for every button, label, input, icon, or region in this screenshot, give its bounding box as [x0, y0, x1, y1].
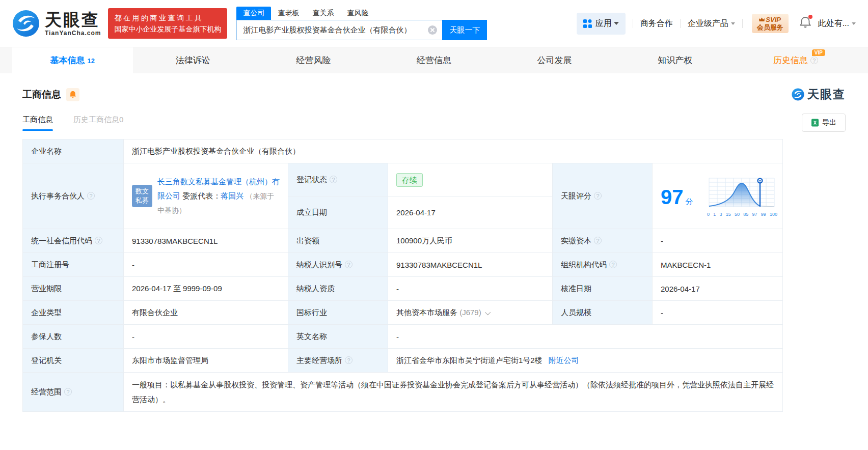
chevron-down-icon — [731, 22, 735, 25]
score-chart-axis: 0131550859799100 — [707, 212, 777, 217]
label-taxpayer-quality: 纳税人资质 — [288, 277, 388, 301]
search-button[interactable]: 天眼一下 — [442, 20, 487, 40]
value-tianyan-score[interactable]: 97 分 — [653, 163, 783, 229]
value-credit-code: 91330783MAKBCECN1L — [124, 229, 288, 253]
search-tab-4[interactable]: 查风险 — [340, 7, 375, 20]
top-header: 天眼查 TianYanCha.com 都在用的商业查询工具 国家中小企业发展子基… — [0, 0, 868, 47]
table-row: 执行事务合伙人? 数文 私募 长三角数文私募基金管理（杭州）有限公司 委派代表：… — [23, 163, 783, 196]
help-icon[interactable]: ? — [594, 192, 602, 200]
search-input[interactable] — [236, 20, 442, 40]
nearby-companies-link[interactable]: 附近公司 — [549, 356, 579, 364]
main-tab-5[interactable]: 公司发展 — [494, 47, 615, 73]
export-label: 导出 — [822, 118, 836, 127]
value-registration-authority: 东阳市市场监督管理局 — [124, 349, 288, 373]
chevron-down-icon — [614, 22, 619, 25]
help-icon[interactable]: ? — [594, 237, 602, 244]
subtab-1[interactable]: 工商信息 — [22, 115, 53, 131]
table-row: 参保人数 - 英文名称 - — [23, 325, 783, 349]
subtab-2[interactable]: 历史工商信息0 — [73, 115, 123, 131]
apps-menu-button[interactable]: 应用 — [577, 13, 626, 35]
tianyancha-logo[interactable]: 天眼查 TianYanCha.com — [12, 10, 101, 37]
value-taxpayer-quality: - — [388, 277, 553, 301]
axis-tick: 97 — [752, 212, 757, 217]
table-row: 企业类型 有限合伙企业 国标行业 其他资本市场服务 (J679) 人员规模 - — [23, 301, 783, 325]
search-block: 查公司查老板查关系查风险 天眼一下 — [236, 7, 487, 40]
value-approval-date: 2026-04-17 — [653, 277, 783, 301]
svip-member-button[interactable]: SVIP 会员服务 — [752, 14, 789, 33]
table-row: 营业期限 2026-04-17 至 9999-09-09 纳税人资质 - 核准日… — [23, 277, 783, 301]
notification-dot — [808, 15, 812, 19]
main-tab-1[interactable]: 基本信息12 — [12, 47, 133, 73]
status-badge: 存续 — [396, 173, 423, 187]
score-distribution-chart: 0131550859799100 — [707, 177, 777, 217]
label-business-term: 营业期限 — [23, 277, 124, 301]
chevron-down-icon — [852, 22, 856, 25]
value-staff-size: - — [653, 301, 783, 325]
search-type-tabs: 查公司查老板查关系查风险 — [236, 7, 487, 20]
main-tab-4[interactable]: 经营信息 — [374, 47, 495, 73]
label-industry: 国标行业 — [288, 301, 388, 325]
help-icon[interactable]: ? — [345, 356, 352, 364]
value-insured-count: - — [124, 325, 288, 349]
representative-link[interactable]: 蒋国兴 — [221, 191, 243, 200]
brand-domain: TianYanCha.com — [45, 30, 101, 36]
value-english-name: - — [388, 325, 783, 349]
monitor-bell-button[interactable] — [66, 88, 79, 101]
slogan-badge: 都在用的商业查询工具 国家中小企业发展子基金旗下机构 — [108, 8, 227, 39]
info-subtabs: 工商信息历史工商信息0 — [22, 115, 144, 131]
expand-industry-icon[interactable] — [485, 309, 491, 315]
value-business-term: 2026-04-17 至 9999-09-09 — [124, 277, 288, 301]
main-tab-3[interactable]: 经营风险 — [253, 47, 374, 73]
value-industry: 其他资本市场服务 (J679) — [388, 301, 553, 325]
enterprise-products-link[interactable]: 企业级产品 — [688, 18, 735, 29]
help-icon[interactable]: ? — [64, 388, 72, 396]
industry-code: (J679) — [459, 308, 481, 317]
help-icon[interactable]: ? — [810, 57, 818, 64]
business-cooperation-link[interactable]: 商务合作 — [640, 18, 673, 29]
username-label: 此处有... — [818, 18, 849, 29]
value-company-name: 浙江电影产业股权投资基金合伙企业（有限合伙） — [124, 139, 783, 163]
help-icon[interactable]: ? — [330, 176, 337, 183]
table-row: 经营范围? 一般项目：以私募基金从事股权投资、投资管理、资产管理等活动（须在中国… — [23, 373, 783, 412]
axis-tick: 15 — [726, 212, 731, 217]
help-icon[interactable]: ? — [95, 237, 102, 244]
search-tab-1[interactable]: 查公司 — [236, 7, 271, 20]
bell-icon — [69, 91, 76, 99]
slogan-line2: 国家中小企业发展子基金旗下机构 — [114, 23, 221, 35]
excel-icon — [811, 119, 819, 127]
help-icon[interactable]: ? — [345, 261, 352, 268]
enterprise-products-label: 企业级产品 — [688, 18, 728, 29]
table-row: 企业名称 浙江电影产业股权投资基金合伙企业（有限合伙） — [23, 139, 783, 163]
value-registration-number: - — [124, 253, 288, 277]
user-menu[interactable]: 此处有... — [818, 18, 856, 29]
search-tab-2[interactable]: 查老板 — [271, 7, 306, 20]
export-button[interactable]: 导出 — [802, 114, 846, 132]
label-staff-size: 人员规模 — [553, 301, 653, 325]
help-icon[interactable]: ? — [609, 261, 617, 268]
help-icon[interactable]: ? — [87, 192, 95, 200]
axis-tick: 3 — [720, 212, 722, 217]
label-registration-authority: 登记机关 — [23, 349, 124, 373]
vip-badge: VIP — [812, 49, 825, 56]
main-tab-6[interactable]: 知识产权 — [615, 47, 736, 73]
label-business-scope: 经营范围? — [23, 373, 124, 412]
main-tab-2[interactable]: 法律诉讼 — [133, 47, 254, 73]
label-approval-date: 核准日期 — [553, 277, 653, 301]
value-org-code: MAKBCECN-1 — [653, 253, 783, 277]
value-company-type: 有限合伙企业 — [124, 301, 288, 325]
label-registration-status: 登记状态? — [288, 163, 388, 196]
notifications-button[interactable] — [800, 16, 811, 31]
tianyancha-watermark: 天眼查 — [792, 87, 846, 102]
axis-tick: 100 — [770, 212, 777, 217]
header-right-nav: 应用 商务合作 企业级产品 SVIP 会员服务 — [577, 13, 856, 35]
tianyancha-watermark-icon — [792, 88, 804, 101]
label-executive-partner: 执行事务合伙人? — [23, 163, 124, 229]
main-tab-7[interactable]: 历史信息VIP? — [735, 47, 856, 73]
representative-label: 委派代表： — [182, 191, 221, 200]
divider — [633, 19, 633, 28]
search-tab-3[interactable]: 查关系 — [306, 7, 340, 20]
label-paid-capital: 实缴资本? — [553, 229, 653, 253]
company-nav-tabs: 基本信息12法律诉讼经营风险经营信息公司发展知识产权历史信息VIP? — [0, 47, 868, 73]
label-credit-code: 统一社会信用代码? — [23, 229, 124, 253]
tab-count-badge: 12 — [88, 57, 95, 65]
